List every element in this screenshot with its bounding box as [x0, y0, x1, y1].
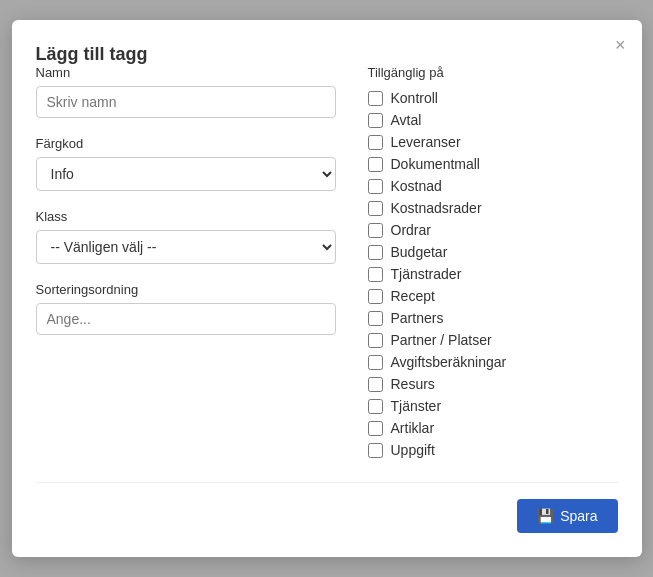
close-button[interactable]: × [615, 36, 626, 54]
name-field-group: Namn [36, 65, 336, 118]
right-column: Tillgänglig på KontrollAvtalLeveranserDo… [368, 65, 618, 458]
checkbox-label: Artiklar [391, 420, 435, 436]
checkbox-label: Kostnadsrader [391, 200, 482, 216]
checkbox-ordrar[interactable] [368, 223, 383, 238]
list-item: Kontroll [368, 90, 618, 106]
list-item: Tjänstrader [368, 266, 618, 282]
checkbox-uppgift[interactable] [368, 443, 383, 458]
list-item: Budgetar [368, 244, 618, 260]
checkbox-kostnadsrader[interactable] [368, 201, 383, 216]
checkbox-tjänstrader[interactable] [368, 267, 383, 282]
checkbox-label: Kostnad [391, 178, 442, 194]
modal-title: Lägg till tagg [36, 44, 148, 64]
list-item: Partners [368, 310, 618, 326]
checkbox-kostnad[interactable] [368, 179, 383, 194]
name-input[interactable] [36, 86, 336, 118]
list-item: Artiklar [368, 420, 618, 436]
list-item: Uppgift [368, 442, 618, 458]
checkbox-label: Partners [391, 310, 444, 326]
checkbox-label: Partner / Platser [391, 332, 492, 348]
color-label: Färgkod [36, 136, 336, 151]
checkbox-label: Ordrar [391, 222, 431, 238]
modal-body: Namn Färgkod Info Success Warning Danger… [36, 65, 618, 458]
class-select[interactable]: -- Vänligen välj -- [36, 230, 336, 264]
checkbox-leveranser[interactable] [368, 135, 383, 150]
list-item: Leveranser [368, 134, 618, 150]
list-item: Avgiftsberäkningar [368, 354, 618, 370]
checkbox-tjänster[interactable] [368, 399, 383, 414]
left-column: Namn Färgkod Info Success Warning Danger… [36, 65, 336, 458]
class-label: Klass [36, 209, 336, 224]
list-item: Resurs [368, 376, 618, 392]
checkbox-partners[interactable] [368, 311, 383, 326]
checkbox-artiklar[interactable] [368, 421, 383, 436]
list-item: Recept [368, 288, 618, 304]
modal-dialog: Lägg till tagg × Namn Färgkod Info Succe… [12, 20, 642, 557]
color-field-group: Färgkod Info Success Warning Danger [36, 136, 336, 191]
checkbox-dokumentmall[interactable] [368, 157, 383, 172]
checkbox-label: Tjänstrader [391, 266, 462, 282]
checkbox-label: Recept [391, 288, 435, 304]
sort-input[interactable] [36, 303, 336, 335]
class-field-group: Klass -- Vänligen välj -- [36, 209, 336, 264]
checkbox-recept[interactable] [368, 289, 383, 304]
save-icon: 💾 [537, 508, 554, 524]
modal-footer: 💾 Spara [36, 482, 618, 533]
save-label: Spara [560, 508, 597, 524]
list-item: Kostnadsrader [368, 200, 618, 216]
list-item: Kostnad [368, 178, 618, 194]
checkbox-label: Budgetar [391, 244, 448, 260]
checkbox-label: Uppgift [391, 442, 435, 458]
checkbox-budgetar[interactable] [368, 245, 383, 260]
available-label: Tillgänglig på [368, 65, 618, 80]
checkbox-list: KontrollAvtalLeveranserDokumentmallKostn… [368, 90, 618, 458]
list-item: Dokumentmall [368, 156, 618, 172]
sort-label: Sorteringsordning [36, 282, 336, 297]
checkbox-label: Leveranser [391, 134, 461, 150]
sort-field-group: Sorteringsordning [36, 282, 336, 335]
save-button[interactable]: 💾 Spara [517, 499, 617, 533]
list-item: Tjänster [368, 398, 618, 414]
color-select[interactable]: Info Success Warning Danger [36, 157, 336, 191]
list-item: Avtal [368, 112, 618, 128]
checkbox-avgiftsberäkningar[interactable] [368, 355, 383, 370]
checkbox-label: Dokumentmall [391, 156, 480, 172]
checkbox-resurs[interactable] [368, 377, 383, 392]
checkbox-label: Resurs [391, 376, 435, 392]
list-item: Ordrar [368, 222, 618, 238]
name-label: Namn [36, 65, 336, 80]
checkbox-kontroll[interactable] [368, 91, 383, 106]
checkbox-partner-/-platser[interactable] [368, 333, 383, 348]
checkbox-label: Tjänster [391, 398, 442, 414]
checkbox-label: Avgiftsberäkningar [391, 354, 507, 370]
checkbox-label: Avtal [391, 112, 422, 128]
checkbox-avtal[interactable] [368, 113, 383, 128]
checkbox-label: Kontroll [391, 90, 438, 106]
list-item: Partner / Platser [368, 332, 618, 348]
modal-overlay: Lägg till tagg × Namn Färgkod Info Succe… [0, 0, 653, 577]
